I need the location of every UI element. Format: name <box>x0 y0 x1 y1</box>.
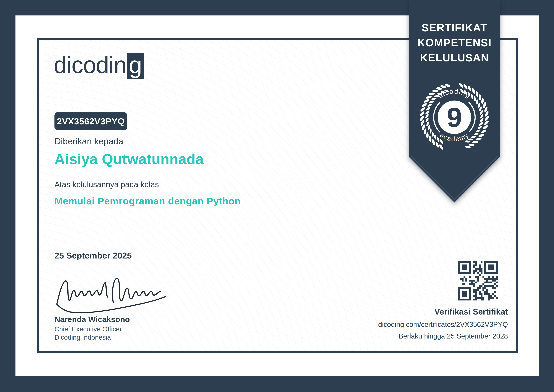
recipient-name: Aisiya Qutwatunnada <box>55 151 204 168</box>
signer-name: Narenda Wicaksono <box>55 315 130 324</box>
signature-image <box>51 275 171 313</box>
emblem-number: 9 <box>447 102 462 133</box>
ribbon-title-line1: SERTIFIKAT <box>409 20 500 35</box>
emblem-arc-top-text: dicoding <box>437 87 472 100</box>
completion-label: Atas kelulusannya pada kelas <box>55 180 159 189</box>
signer-title: Chief Executive Officer <box>55 325 122 333</box>
ribbon-title: SERTIFIKAT KOMPETENSI KELULUSAN <box>409 20 500 65</box>
ribbon-title-line2: KOMPETENSI <box>409 35 500 50</box>
laurel-wreath-emblem: 9 dicoding academy <box>418 80 491 156</box>
svg-text:dicoding: dicoding <box>437 87 472 100</box>
certificate: dicoding 2VX3562V3PYQ Diberikan kepada A… <box>0 0 554 392</box>
verification-block: Verifikasi Sertifikat dicoding.com/certi… <box>271 307 508 340</box>
course-title: Memulai Pemrograman dengan Python <box>55 195 241 207</box>
verification-validity: Berlaku hingga 25 September 2028 <box>271 332 508 340</box>
issue-date: 25 September 2025 <box>55 251 132 260</box>
verification-title: Verifikasi Sertifikat <box>271 307 508 316</box>
qr-code <box>458 261 498 301</box>
ribbon-title-line3: KELULUSAN <box>409 50 500 65</box>
certificate-id: 2VX3562V3PYQ <box>57 116 125 126</box>
dicoding-logo: dicoding <box>54 52 144 79</box>
signer-org: Dicoding Indonesia <box>55 334 111 341</box>
verification-url: dicoding.com/certificates/2VX3562V3PYQ <box>271 321 508 329</box>
given-label: Diberikan kepada <box>55 136 123 146</box>
logo-g-box: g <box>127 53 144 79</box>
certificate-id-badge: 2VX3562V3PYQ <box>55 112 127 130</box>
logo-text: dicodin <box>54 52 127 78</box>
